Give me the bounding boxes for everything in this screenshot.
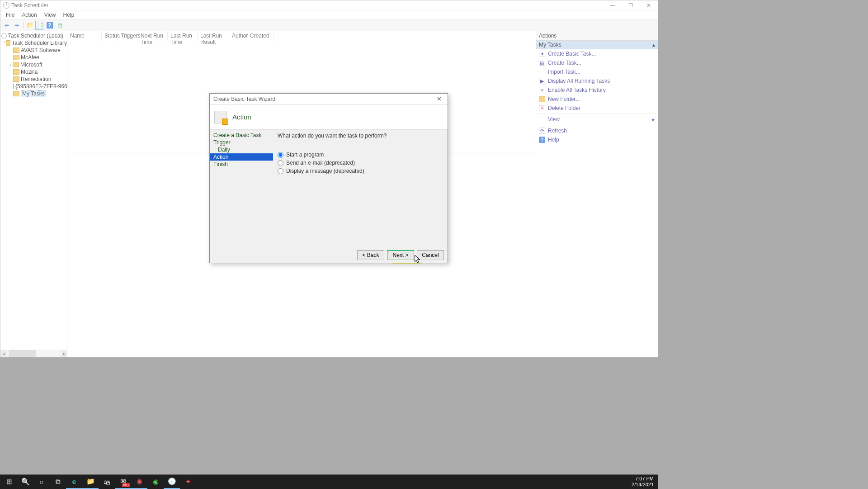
collapse-icon[interactable]: ▴ (652, 42, 655, 48)
separator (538, 114, 656, 114)
dialog-title: Create Basic Task Wizard (213, 96, 275, 102)
wizard-content: What action do you want the task to perf… (273, 130, 448, 245)
step-action[interactable]: Action (210, 153, 273, 161)
scroll-right-icon[interactable]: ▸ (61, 350, 67, 357)
col-created[interactable]: Created (247, 31, 274, 41)
start-button[interactable] (1, 475, 17, 489)
step-trigger[interactable]: Trigger (210, 139, 273, 146)
action-help[interactable]: ?Help (536, 135, 658, 144)
action-create-task[interactable]: ▤Create Task... (536, 58, 658, 67)
scroll-left-icon[interactable]: ◂ (0, 350, 7, 357)
taskbar-task-scheduler[interactable] (164, 475, 180, 489)
close-button[interactable]: ✕ (640, 0, 658, 10)
toolbar (0, 19, 658, 31)
tree-root[interactable]: Task Scheduler (Local) (0, 32, 67, 39)
refresh-icon: ⟳ (539, 128, 545, 134)
tree-item-mcafee[interactable]: McAfee (0, 54, 67, 61)
dialog-close-button[interactable]: ✕ (432, 95, 446, 103)
radio-send-email[interactable] (278, 160, 283, 166)
menu-file[interactable]: File (2, 11, 18, 19)
option-display-message[interactable]: Display a message (deprecated) (278, 168, 443, 174)
system-tray[interactable]: 7:07 PM 2/14/2021 (632, 475, 656, 489)
radio-display-message[interactable] (278, 168, 283, 174)
show-hide-actions-icon[interactable] (35, 21, 44, 30)
action-import-task[interactable]: Import Task... (536, 67, 658, 76)
taskbar-mail[interactable]: 99+ (115, 475, 131, 489)
maximize-button[interactable]: ☐ (622, 0, 640, 10)
wizard-header-icon (214, 111, 227, 123)
scrollbar-thumb[interactable] (9, 350, 36, 357)
step-finish[interactable]: Finish (210, 161, 273, 168)
option-send-email[interactable]: Send an e-mail (deprecated) (278, 160, 443, 166)
next-button[interactable]: Next > (387, 250, 414, 260)
running-icon: ▶ (539, 78, 545, 84)
folder-icon (13, 69, 19, 75)
col-status[interactable]: Status (102, 31, 118, 41)
search-button[interactable] (17, 475, 33, 489)
taskbar-antivirus[interactable] (180, 475, 196, 489)
show-hide-tree-icon[interactable] (25, 21, 34, 30)
taskbar-explorer[interactable] (82, 475, 99, 489)
wizard-buttons: < Back Next > Cancel (357, 250, 444, 260)
help-icon[interactable] (45, 21, 54, 30)
action-display-running[interactable]: ▶Display All Running Tasks (536, 76, 658, 85)
step-daily[interactable]: Daily (210, 146, 273, 153)
radio-start-program[interactable] (278, 152, 283, 158)
action-create-basic-task[interactable]: ✦Create Basic Task... (536, 49, 658, 58)
col-next[interactable]: Next Run Time (138, 31, 168, 41)
tree-item-mozilla[interactable]: Mozilla (0, 68, 67, 76)
actions-pane: Actions My Tasks ▴ ✦Create Basic Task...… (536, 31, 658, 357)
folder-icon (13, 91, 19, 96)
col-name[interactable]: Name (67, 31, 102, 41)
folder-icon (13, 55, 19, 60)
forward-icon[interactable] (12, 21, 21, 30)
tree-item-mytasks[interactable]: My Tasks (0, 90, 67, 97)
step-create[interactable]: Create a Basic Task (210, 132, 273, 139)
action-enable-history[interactable]: ≡Enable All Tasks History (536, 85, 658, 95)
taskbar-store[interactable] (99, 475, 115, 489)
back-button[interactable]: < Back (357, 250, 384, 260)
tree-item-microsoft[interactable]: ›Microsoft (0, 61, 67, 68)
tree-item-guid[interactable]: {595886F3-7FE8-966B- (0, 83, 67, 90)
titlebar: Task Scheduler — ☐ ✕ (0, 0, 658, 10)
window-title: Task Scheduler (11, 2, 48, 9)
taskbar-chrome[interactable] (131, 475, 147, 489)
col-result[interactable]: Last Run Result (198, 31, 229, 41)
tree-hscrollbar[interactable]: ◂ ▸ (0, 350, 67, 357)
tree-root-label: Task Scheduler (Local) (8, 33, 63, 39)
create-basic-task-wizard-dialog: Create Basic Task Wizard ✕ Action Create… (209, 93, 448, 263)
folder-icon (13, 76, 19, 82)
task-view-button[interactable] (50, 475, 66, 489)
actions-group-header[interactable]: My Tasks ▴ (536, 41, 658, 49)
col-triggers[interactable]: Triggers (118, 31, 138, 41)
windows-taskbar[interactable]: 99+ 7:07 PM 2/14/2021 (0, 475, 658, 489)
menu-view[interactable]: View (41, 11, 60, 19)
expand-icon[interactable]: › (8, 62, 13, 67)
wizard-icon: ✦ (539, 51, 545, 57)
refresh-icon[interactable] (55, 21, 64, 30)
tree-library[interactable]: ˅ Task Scheduler Library (0, 39, 67, 47)
taskbar-chrome-alt[interactable] (147, 475, 164, 489)
minimize-button[interactable]: — (604, 0, 622, 10)
menu-help[interactable]: Help (60, 11, 78, 19)
actions-title: Actions (536, 31, 658, 41)
action-new-folder[interactable]: New Folder... (536, 95, 658, 104)
wizard-step-title: Action (232, 113, 251, 121)
tree-item-avast[interactable]: AVAST Software (0, 47, 67, 54)
view-icon (539, 116, 545, 123)
col-author[interactable]: Author (229, 31, 247, 41)
col-last[interactable]: Last Run Time (168, 31, 198, 41)
action-refresh[interactable]: ⟳Refresh (536, 126, 658, 135)
cortana-button[interactable] (33, 475, 50, 489)
wizard-question: What action do you want the task to perf… (278, 133, 443, 139)
menu-action[interactable]: Action (18, 11, 40, 19)
taskbar-edge[interactable] (66, 475, 82, 489)
tree-item-remediation[interactable]: Remediation (0, 76, 67, 83)
back-icon[interactable] (2, 21, 11, 30)
tray-time: 7:07 PM (635, 476, 654, 482)
cancel-button[interactable]: Cancel (417, 250, 444, 260)
option-start-program[interactable]: Start a program (278, 152, 443, 158)
action-delete-folder[interactable]: ✕Delete Folder (536, 104, 658, 113)
navigation-tree[interactable]: Task Scheduler (Local) ˅ Task Scheduler … (0, 31, 67, 357)
action-view[interactable]: View▸ (536, 115, 658, 124)
